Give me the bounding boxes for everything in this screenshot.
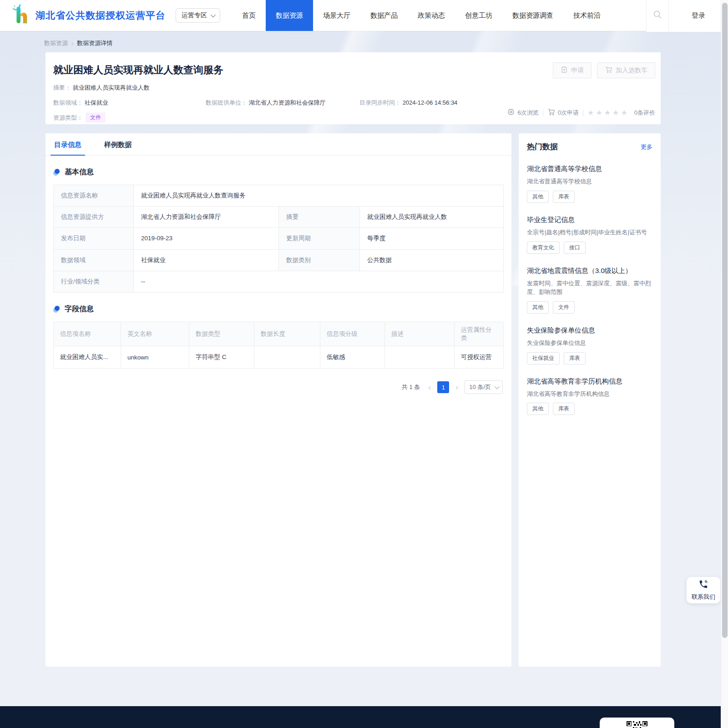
stats-row: 6次浏览 0次申请 ★★★★★ 0条评价 [507,108,655,117]
platform-logo-icon [11,4,31,27]
nav-item-tech-frontier[interactable]: 技术前沿 [563,0,611,31]
field-cell: 就业困难人员实... [54,346,121,369]
hot-item-title[interactable]: 失业保险参保单位信息 [527,326,652,335]
nav-item-data-products[interactable]: 数据产品 [360,0,408,31]
hot-item-title[interactable]: 毕业生登记信息 [527,215,652,224]
platform-title: 湖北省公共数据授权运营平台 [35,9,166,22]
hot-data-title: 热门数据 [527,142,558,152]
add-to-cart-button[interactable]: 加入选数车 [597,62,655,78]
field-cell: 字符串型 C [189,346,254,369]
tag-badge: 社保就业 [527,352,560,364]
apply-button[interactable]: 申请 [553,62,592,78]
tag-badge: 教育文化 [527,242,560,254]
scrollbar-thumb[interactable] [722,3,728,638]
table-row: 数据领域 社保就业 数据类别 公共数据 [54,249,504,271]
main-navigation: 首页 数据资源 场景大厅 数据产品 政策动态 创意工坊 数据资源调查 技术前沿 [232,0,611,31]
table-header-row: 信息项名称 英文名称 数据类型 数据长度 信息项分级 描述 运营属性分类 [54,322,504,346]
resource-type-label: 资源类型： [53,114,83,122]
tag-badge: 库表 [553,403,575,415]
navbar-right: 登录 [646,0,728,32]
field-info-section: 字段信息 信息项名称 英文名称 数据类型 数据长度 信息项分级 描述 运营属性分… [46,304,511,394]
zone-selector-label: 运营专区 [182,11,207,20]
chevron-down-icon [495,384,500,389]
meta-provider: 数据提供单位： 湖北省人力资源和社会保障厅 [206,99,359,107]
brand-logo[interactable]: 湖北省公共数据授权运营平台 [11,4,166,27]
list-item[interactable]: 湖北省地震震情信息（3.0级以上） 发震时间、震中位置、震源深度、震级、震中烈度… [526,266,653,313]
hot-item-tags: 教育文化 接口 [527,242,652,254]
breadcrumb-detail: 数据资源详情 [77,39,112,47]
hot-item-description: 发震时间、震中位置、震源深度、震级、震中烈度、影响范围 [527,279,652,297]
login-button[interactable]: 登录 [669,0,728,32]
nav-item-data-resources[interactable]: 数据资源 [266,0,313,31]
next-page-icon[interactable]: › [454,383,460,391]
nav-item-data-resource-survey[interactable]: 数据资源调查 [502,0,563,31]
page-scrollbar[interactable] [721,0,728,728]
chevron-down-icon [211,12,216,17]
basic-info-section: 基本信息 信息资源名称 就业困难人员实现再就业人数查询服务 信息资源提供方 湖北… [46,167,511,293]
column-header: 信息项分级 [320,322,385,346]
field-cell: 低敏感 [320,346,385,369]
field-info-title: 字段信息 [65,304,94,314]
field-info-table: 信息项名称 英文名称 数据类型 数据长度 信息项分级 描述 运营属性分类 就业困… [53,322,504,369]
nav-item-creative-workshop[interactable]: 创意工坊 [455,0,502,31]
info-value: 就业困难人员实现再就业人数查询服务 [134,185,504,207]
more-link[interactable]: 更多 [641,143,652,151]
list-item[interactable]: 失业保险参保单位信息 失业保险参保单位信息 社保就业 库表 [526,326,653,364]
breadcrumb: 数据资源 › 数据资源详情 [44,31,661,52]
detail-actions: 申请 加入选数车 [553,62,655,78]
column-header: 英文名称 [121,322,189,346]
resource-type-badge: 文件 [86,112,106,123]
page-size-select[interactable]: 10 条/页 [465,380,503,394]
table-row: 就业困难人员实... unkown 字符串型 C 低敏感 可授权运营 [54,346,504,369]
list-item[interactable]: 毕业生登记信息 全宗号|题名|档号|形成时间|毕业生姓名|证书号 教育文化 接口 [526,215,653,254]
meta-data-domain-label: 数据领域： [53,99,83,106]
summary-line: 摘要： 就业困难人员实现再就业人数 [53,84,650,92]
basic-info-table: 信息资源名称 就业困难人员实现再就业人数查询服务 信息资源提供方 湖北省人力资源… [53,185,504,293]
nav-item-scene-hall[interactable]: 场景大厅 [313,0,360,31]
top-navbar: 湖北省公共数据授权运营平台 运营专区 首页 数据资源 场景大厅 数据产品 政策动… [0,0,728,31]
breadcrumb-separator-icon: › [71,40,73,47]
divider [543,110,543,116]
rating-stars-icon[interactable]: ★★★★★ [587,108,629,117]
table-row: 信息资源提供方 湖北省人力资源和社会保障厅 摘要 就业困难人员实现再就业人数 [54,207,504,228]
tag-badge: 库表 [553,191,575,203]
page-number-button[interactable]: 1 [437,381,449,393]
previous-page-icon[interactable]: ‹ [426,383,433,391]
zone-selector-dropdown[interactable]: 运营专区 [176,8,220,23]
info-label: 更新周期 [279,228,360,249]
hot-item-title[interactable]: 湖北省高等教育非学历机构信息 [527,377,652,386]
applies-stat: 0次申请 [547,108,579,117]
views-stat: 6次浏览 [507,109,539,117]
basic-info-header: 基本信息 [53,167,504,177]
search-icon [653,10,662,21]
hot-item-tags: 社保就业 库表 [527,352,652,364]
meta-provider-value: 湖北省人力资源和社会保障厅 [249,99,326,106]
info-value: 就业困难人员实现再就业人数 [360,207,504,228]
table-row: 信息资源名称 就业困难人员实现再就业人数查询服务 [54,185,504,207]
info-value: 每季度 [360,228,504,249]
tag-badge: 其他 [527,403,549,415]
hot-item-title[interactable]: 湖北省普通高等学校信息 [527,164,652,173]
search-button[interactable] [646,0,669,32]
contact-us-button[interactable]: 联系我们 [687,577,720,603]
meta-sync-time-label: 目录同步时间： [359,99,401,106]
tab-catalog-info[interactable]: 目录信息 [53,133,82,155]
cart-button-label: 加入选数车 [616,66,647,75]
table-row: 行业/领域分类 -- [54,271,504,292]
applies-count: 0次申请 [558,109,579,117]
breadcrumb-data-resources[interactable]: 数据资源 [44,39,68,47]
list-item[interactable]: 湖北省高等教育非学历机构信息 湖北省高等教育非学历机构信息 其他 库表 [526,377,653,415]
page-size-value: 10 条/页 [469,383,491,391]
tab-sample-data[interactable]: 样例数据 [103,133,132,155]
tag-badge: 接口 [564,242,586,254]
hot-item-description: 湖北省普通高等学校信息 [527,177,652,186]
list-item[interactable]: 湖北省普通高等学校信息 湖北省普通高等学校信息 其他 库表 [526,164,653,203]
nav-item-policy-news[interactable]: 政策动态 [408,0,455,31]
info-label: 行业/领域分类 [54,271,134,292]
field-cell: 可授权运营 [455,346,504,369]
hot-item-title[interactable]: 湖北省地震震情信息（3.0级以上） [527,266,652,275]
resource-detail-card: 就业困难人员实现再就业人数查询服务 申请 [46,52,661,124]
info-value: 公共数据 [360,249,504,271]
nav-item-home[interactable]: 首页 [232,0,266,31]
qr-code [600,718,674,728]
